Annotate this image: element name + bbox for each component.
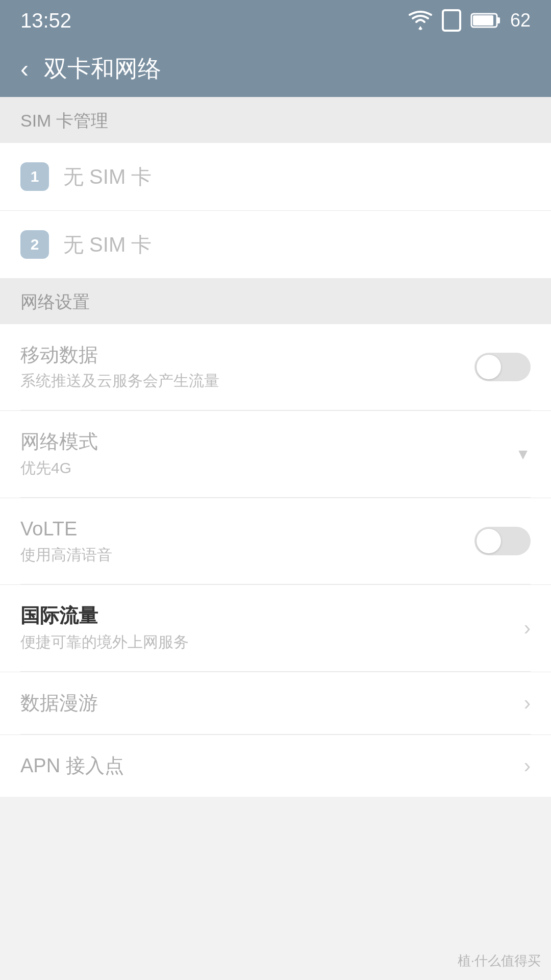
international-data-row[interactable]: 国际流量 便捷可靠的境外上网服务 › — [0, 584, 551, 671]
data-roaming-chevron-icon: › — [524, 692, 531, 715]
network-mode-dropdown-icon: ▼ — [515, 446, 531, 463]
page-title: 双卡和网络 — [44, 53, 161, 85]
status-bar: 13:52 62 — [0, 0, 551, 41]
network-mode-title: 网络模式 — [20, 429, 515, 454]
mobile-data-row[interactable]: 移动数据 系统推送及云服务会产生流量 — [0, 324, 551, 410]
mobile-data-title: 移动数据 — [20, 342, 474, 368]
network-section-label: 网络设置 — [20, 292, 90, 311]
watermark: 植·什么值得买 — [458, 952, 541, 970]
sim2-badge: 2 — [20, 230, 49, 259]
sim-card-list: 1 无 SIM 卡 2 无 SIM 卡 — [0, 143, 551, 278]
sim2-row[interactable]: 2 无 SIM 卡 — [0, 210, 551, 278]
sim1-label: 无 SIM 卡 — [63, 163, 152, 191]
svg-rect-2 — [497, 17, 500, 23]
apn-row[interactable]: APN 接入点 › — [0, 734, 551, 797]
back-button[interactable]: ‹ — [15, 52, 34, 86]
network-section-header: 网络设置 — [0, 278, 551, 324]
sim1-badge: 1 — [20, 162, 49, 191]
sim-section-label: SIM 卡管理 — [20, 111, 108, 130]
volte-left: VoLTE 使用高清语音 — [20, 517, 474, 566]
battery-level: 62 — [510, 10, 531, 31]
data-roaming-row[interactable]: 数据漫游 › — [0, 672, 551, 734]
volte-title: VoLTE — [20, 517, 474, 542]
battery-icon — [470, 12, 501, 29]
sim-icon — [442, 9, 461, 32]
svg-rect-3 — [473, 15, 493, 26]
title-bar: ‹ 双卡和网络 — [0, 41, 551, 97]
wifi-icon — [408, 11, 433, 30]
mobile-data-toggle-knob — [477, 355, 501, 379]
international-data-subtitle: 便捷可靠的境外上网服务 — [20, 632, 524, 653]
network-mode-row[interactable]: 网络模式 优先4G ▼ — [0, 410, 551, 497]
sim2-label: 无 SIM 卡 — [63, 231, 152, 259]
network-mode-subtitle: 优先4G — [20, 458, 515, 479]
international-data-left: 国际流量 便捷可靠的境外上网服务 — [20, 603, 524, 652]
mobile-data-toggle[interactable] — [474, 353, 531, 381]
sim1-row[interactable]: 1 无 SIM 卡 — [0, 143, 551, 210]
volte-toggle-knob — [477, 529, 501, 553]
international-data-title: 国际流量 — [20, 603, 524, 628]
status-time: 13:52 — [20, 9, 71, 32]
data-roaming-left: 数据漫游 — [20, 691, 524, 716]
mobile-data-subtitle: 系统推送及云服务会产生流量 — [20, 371, 474, 391]
volte-row[interactable]: VoLTE 使用高清语音 — [0, 498, 551, 584]
apn-title: APN 接入点 — [20, 753, 524, 778]
svg-rect-0 — [443, 10, 460, 31]
international-data-chevron-icon: › — [524, 617, 531, 640]
volte-subtitle: 使用高清语音 — [20, 545, 474, 566]
mobile-data-left: 移动数据 系统推送及云服务会产生流量 — [20, 342, 474, 391]
apn-left: APN 接入点 — [20, 753, 524, 778]
network-settings-list: 移动数据 系统推送及云服务会产生流量 网络模式 优先4G ▼ VoLTE 使用高… — [0, 324, 551, 797]
data-roaming-title: 数据漫游 — [20, 691, 524, 716]
status-icons: 62 — [408, 9, 531, 32]
apn-chevron-icon: › — [524, 754, 531, 777]
volte-toggle[interactable] — [474, 527, 531, 555]
sim-section-header: SIM 卡管理 — [0, 97, 551, 143]
network-mode-left: 网络模式 优先4G — [20, 429, 515, 478]
